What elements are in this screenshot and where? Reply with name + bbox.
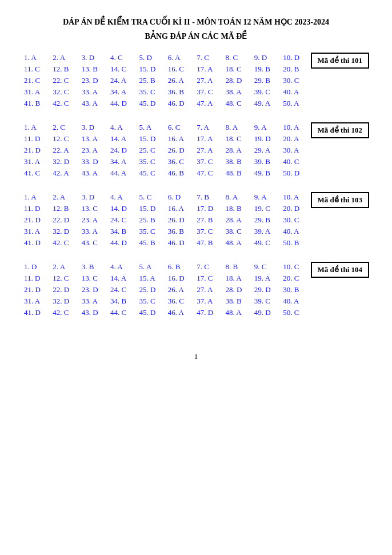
answer-cell: 23. A [81, 215, 109, 225]
answer-cell: 9. C [253, 262, 282, 272]
answer-cell: 20. B [282, 64, 310, 74]
answer-cell: 16. C [167, 64, 195, 74]
answer-cell: 19. A [253, 273, 282, 284]
answers-grid-ma102: 1. A2. C3. D4. A5. A6. C7. A8. A9. A10. … [23, 122, 311, 178]
answer-cell: 5. A [138, 122, 166, 133]
answer-cell: 45. C [138, 168, 166, 178]
answer-cell: 25. D [138, 285, 166, 295]
answer-cell: 38. B [225, 157, 253, 167]
answer-cell: 36. C [167, 157, 195, 167]
answer-cell: 38. A [225, 87, 253, 97]
answer-cell: 29. A [253, 145, 282, 155]
answer-cell: 41. C [23, 168, 51, 178]
answer-cell: 48. B [225, 168, 253, 178]
answer-cell: 35. C [138, 226, 166, 237]
answer-cell: 24. C [109, 215, 138, 225]
answer-cell: 45. D [138, 308, 166, 318]
answer-cell: 6. A [167, 53, 195, 63]
answer-cell: 10. A [282, 192, 310, 202]
answer-cell: 44. C [109, 308, 138, 318]
answer-cell: 25. C [138, 145, 166, 155]
answer-cell: 8. A [225, 192, 253, 202]
answer-cell: 37. C [195, 87, 224, 97]
answer-cell: 11. D [23, 134, 51, 144]
answer-cell: 32. D [51, 296, 80, 306]
answer-cell: 34. B [109, 296, 138, 306]
answer-cell: 24. D [109, 145, 138, 155]
answer-cell: 12. B [51, 203, 80, 214]
answer-cell: 2. C [51, 122, 80, 133]
answer-cell: 39. C [253, 87, 282, 97]
answer-section-ma104: Mã đề thi 1041. D2. A3. B4. A5. A6. B7. … [23, 262, 369, 318]
answer-cell: 40. A [282, 226, 310, 237]
answer-cell: 12. B [51, 64, 80, 74]
answer-cell: 18. B [225, 203, 253, 214]
answer-cell: 48. A [225, 308, 253, 318]
answer-cell: 46. A [167, 308, 195, 318]
answer-cell: 30. B [282, 285, 310, 295]
answer-cell: 21. D [23, 145, 51, 155]
answer-cell: 42. C [51, 238, 80, 248]
answer-cell: 11. D [23, 203, 51, 214]
answer-cell: 15. D [138, 134, 166, 144]
answer-cell: 2. A [51, 262, 80, 272]
answer-cell: 9. D [253, 53, 282, 63]
answer-cell: 50. A [282, 98, 310, 109]
answer-cell: 15. A [138, 273, 166, 284]
answer-cell: 19. B [253, 64, 282, 74]
answer-cell: 31. A [23, 87, 51, 97]
answer-cell: 3. D [81, 53, 109, 63]
answer-cell: 5. C [138, 192, 166, 202]
answer-cell: 47. B [195, 238, 224, 248]
answer-cell: 4. A [109, 122, 138, 133]
ma-de-label-ma101: Mã đề thi 101 [311, 53, 369, 69]
answer-cell: 1. D [23, 262, 51, 272]
answers-grid-ma104: 1. D2. A3. B4. A5. A6. B7. C8. B9. C10. … [23, 262, 311, 318]
answer-cell: 28. A [225, 145, 253, 155]
answer-cell: 48. A [225, 238, 253, 248]
answer-cell: 38. C [225, 226, 253, 237]
answer-cell: 13. B [81, 64, 109, 74]
ma-de-label-ma102: Mã đề thi 102 [311, 122, 369, 138]
answer-cell: 10. C [282, 262, 310, 272]
answer-cell: 34. B [109, 226, 138, 237]
answer-cell: 33. A [81, 226, 109, 237]
answer-cell: 13. A [81, 134, 109, 144]
answer-cell: 40. C [282, 157, 310, 167]
answer-cell: 10. D [282, 53, 310, 63]
answer-cell: 3. B [81, 262, 109, 272]
page-title: ĐÁP ÁN ĐỀ KIỂM TRA CUỐI KÌ II - MÔN TOÁN… [23, 17, 369, 27]
answer-cell: 16. A [167, 134, 195, 144]
answer-cell: 29. B [253, 215, 282, 225]
answer-cell: 43. A [81, 98, 109, 109]
answer-cell: 23. D [81, 75, 109, 86]
answer-cell: 22. A [51, 145, 80, 155]
answer-cell: 12. C [51, 273, 80, 284]
answer-cell: 7. C [195, 53, 224, 63]
answer-cell: 22. D [51, 215, 80, 225]
answer-cell: 46. D [167, 98, 195, 109]
answer-cell: 38. B [225, 296, 253, 306]
answer-cell: 16. D [167, 273, 195, 284]
answer-cell: 7. A [195, 122, 224, 133]
answer-cell: 4. C [109, 53, 138, 63]
answer-cell: 14. A [109, 273, 138, 284]
answer-cell: 26. A [167, 75, 195, 86]
answer-cell: 11. C [23, 64, 51, 74]
answer-cell: 13. C [81, 273, 109, 284]
answer-cell: 46. D [167, 238, 195, 248]
answer-cell: 25. B [138, 75, 166, 86]
answer-cell: 11. D [23, 273, 51, 284]
answer-cell: 44. A [109, 168, 138, 178]
answer-cell: 14. A [109, 134, 138, 144]
answers-grid-ma101: 1. A2. A3. D4. C5. D6. A7. C8. C9. D10. … [23, 53, 311, 109]
answer-cell: 33. A [81, 296, 109, 306]
answer-cell: 10. A [282, 122, 310, 133]
answer-cell: 16. A [167, 203, 195, 214]
answer-cell: 41. D [23, 238, 51, 248]
answer-cell: 34. A [109, 87, 138, 97]
answer-cell: 5. A [138, 262, 166, 272]
answer-cell: 15. D [138, 203, 166, 214]
answer-cell: 50. D [282, 168, 310, 178]
answer-cell: 9. A [253, 122, 282, 133]
